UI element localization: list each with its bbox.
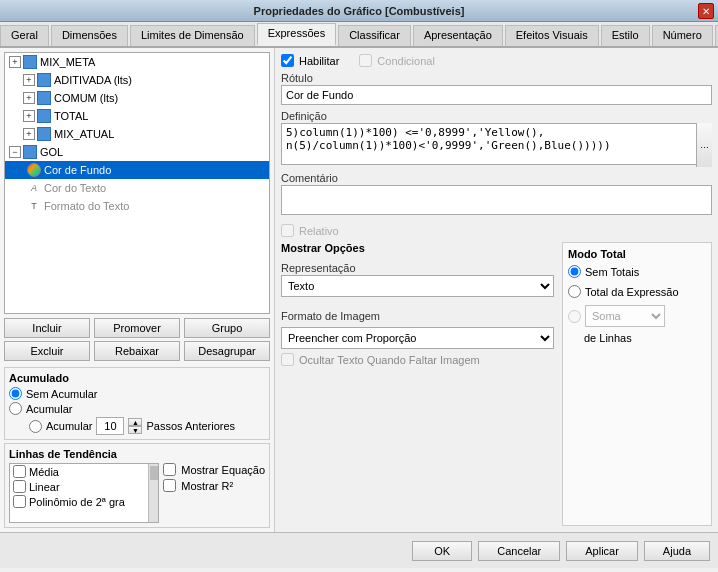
total-expressao-label: Total da Expressão [585, 286, 679, 298]
definicao-input[interactable]: 5)column(1))*100) <='0,8999','Yellow(), … [281, 123, 712, 165]
comentario-input[interactable] [281, 185, 712, 215]
tree-item-aditivada[interactable]: + ADITIVADA (lts) [5, 71, 269, 89]
tree-item-label: Cor de Fundo [44, 164, 111, 176]
title-bar-text: Propriedades do Gráfico [Combustíveis] [254, 5, 465, 17]
tree-item-comum[interactable]: + COMUM (lts) [5, 89, 269, 107]
table-icon-5 [37, 127, 51, 141]
formato-imagem-label: Formato de Imagem [281, 310, 554, 322]
passos-row: Acumular ▲ ▼ Passos Anteriores [29, 417, 265, 435]
tab-estilo[interactable]: Estilo [601, 25, 650, 46]
desagrupar-button[interactable]: Desagrupar [184, 341, 270, 361]
soma-select[interactable]: Soma Média Mínimo Máximo [585, 305, 665, 327]
left-panel: + MIX_META + ADITIVADA (lts) + COMUM (lt… [0, 48, 275, 532]
de-linhas-label: de Linhas [584, 332, 632, 344]
table-icon-3 [37, 91, 51, 105]
tree-item-label: MIX_ATUAL [54, 128, 114, 140]
tab-geral[interactable]: Geral [0, 25, 49, 46]
expander-mix-atual[interactable]: + [23, 128, 35, 140]
tab-limites[interactable]: Limites de Dimensão [130, 25, 255, 46]
mostrar-equacao-row[interactable]: Mostrar Equação [163, 463, 265, 476]
ajuda-button[interactable]: Ajuda [644, 541, 710, 561]
condicional-checkbox-row[interactable]: Condicional [359, 54, 434, 67]
tree-item-cor-texto[interactable]: A Cor do Texto [5, 179, 269, 197]
representacao-section: Representação Texto Imagem Indicador Med… [281, 262, 554, 297]
representacao-select[interactable]: Texto Imagem Indicador Medidor [281, 275, 554, 297]
aplicar-button[interactable]: Aplicar [566, 541, 638, 561]
tab-expressoes[interactable]: Expressões [257, 23, 336, 46]
condicional-checkbox[interactable] [359, 54, 372, 67]
tendencia-item-media[interactable]: Média [10, 464, 158, 479]
tree-item-cor-fundo[interactable]: Cor de Fundo [5, 161, 269, 179]
expander-comum[interactable]: + [23, 92, 35, 104]
tree-item-label: Formato do Texto [44, 200, 129, 212]
expander-mix-meta[interactable]: + [9, 56, 21, 68]
modo-total-title: Modo Total [568, 248, 706, 260]
radio-sem-acumular[interactable]: Sem Acumular [9, 387, 265, 400]
formato-imagem-select[interactable]: Preencher com Proporção Preencher Normal [281, 327, 554, 349]
rotulo-input[interactable] [281, 85, 712, 105]
promover-button[interactable]: Promover [94, 318, 180, 338]
passos-input[interactable] [96, 417, 124, 435]
passos-spinner[interactable]: ▲ ▼ [128, 418, 142, 434]
sem-totais-label: Sem Totais [585, 266, 639, 278]
tree-item-mix-meta[interactable]: + MIX_META [5, 53, 269, 71]
mostrar-equacao-label: Mostrar Equação [181, 464, 265, 476]
ok-button[interactable]: OK [412, 541, 472, 561]
habilitar-row: Habilitar Condicional [281, 54, 712, 67]
tab-apresentacao[interactable]: Apresentação [413, 25, 503, 46]
expander-aditivada[interactable]: + [23, 74, 35, 86]
relativo-row[interactable]: Relativo [281, 224, 712, 237]
polinomio-label: Polinômio de 2ª gra [29, 496, 125, 508]
tab-efeitos[interactable]: Efeitos Visuais [505, 25, 599, 46]
habilitar-checkbox[interactable] [281, 54, 294, 67]
expander-gol[interactable]: − [9, 146, 21, 158]
ocultar-texto-label: Ocultar Texto Quando Faltar Imagem [299, 354, 480, 366]
linhas-tendencia-group: Linhas de Tendência Média Linear Polinôm… [4, 443, 270, 528]
mostrar-opcoes: Mostrar Opções Representação Texto Image… [281, 242, 554, 526]
tendencia-scrollbar[interactable] [148, 464, 158, 522]
grupo-button[interactable]: Grupo [184, 318, 270, 338]
tree-item-label: Cor do Texto [44, 182, 106, 194]
relativo-checkbox[interactable] [281, 224, 294, 237]
sem-totais-row[interactable]: Sem Totais [568, 265, 706, 278]
total-expressao-row[interactable]: Total da Expressão [568, 285, 706, 298]
tab-classificar[interactable]: Classificar [338, 25, 411, 46]
ocultar-texto-row[interactable]: Ocultar Texto Quando Faltar Imagem [281, 353, 554, 366]
tree-item-label: MIX_META [40, 56, 95, 68]
habilitar-label: Habilitar [299, 55, 339, 67]
ocultar-texto-checkbox[interactable] [281, 353, 294, 366]
radio-acumular[interactable]: Acumular [9, 402, 265, 415]
expander-total[interactable]: + [23, 110, 35, 122]
spinner-down[interactable]: ▼ [128, 426, 142, 434]
tab-numero[interactable]: Número [652, 25, 713, 46]
tree-item-total[interactable]: + TOTAL [5, 107, 269, 125]
bottom-bar: OK Cancelar Aplicar Ajuda [0, 532, 718, 568]
tree-item-formato-texto[interactable]: T Formato do Texto [5, 197, 269, 215]
tree-container[interactable]: + MIX_META + ADITIVADA (lts) + COMUM (lt… [4, 52, 270, 314]
tree-item-gol[interactable]: − GOL [5, 143, 269, 161]
tendencia-item-linear[interactable]: Linear [10, 479, 158, 494]
acumulado-group: Acumulado Sem Acumular Acumular Acumular… [4, 367, 270, 440]
right-lower: Mostrar Opções Representação Texto Image… [281, 242, 712, 526]
right-panel: Habilitar Condicional Rótulo Definição 5… [275, 48, 718, 532]
acumulado-title: Acumulado [9, 372, 265, 384]
tendencia-list[interactable]: Média Linear Polinômio de 2ª gra [9, 463, 159, 523]
close-button[interactable]: ✕ [698, 3, 714, 19]
tendencia-right: Mostrar Equação Mostrar R² [163, 463, 265, 523]
definicao-expand-button[interactable]: … [696, 123, 712, 167]
tendencia-item-polinomio[interactable]: Polinômio de 2ª gra [10, 494, 158, 509]
tree-item-mix-atual[interactable]: + MIX_ATUAL [5, 125, 269, 143]
linhas-tendencia-title: Linhas de Tendência [9, 448, 265, 460]
incluir-button[interactable]: Incluir [4, 318, 90, 338]
palette-icon [27, 163, 41, 177]
mostrar-r2-row[interactable]: Mostrar R² [163, 479, 265, 492]
tab-dimensoes[interactable]: Dimensões [51, 25, 128, 46]
rebaixar-button[interactable]: Rebaixar [94, 341, 180, 361]
cancelar-button[interactable]: Cancelar [478, 541, 560, 561]
habilitar-checkbox-row[interactable]: Habilitar [281, 54, 339, 67]
excluir-button[interactable]: Excluir [4, 341, 90, 361]
format-icon: T [27, 199, 41, 213]
tabs-bar: Geral Dimensões Limites de Dimensão Expr… [0, 22, 718, 48]
buttons-row-1: Incluir Promover Grupo [4, 318, 270, 338]
spinner-up[interactable]: ▲ [128, 418, 142, 426]
